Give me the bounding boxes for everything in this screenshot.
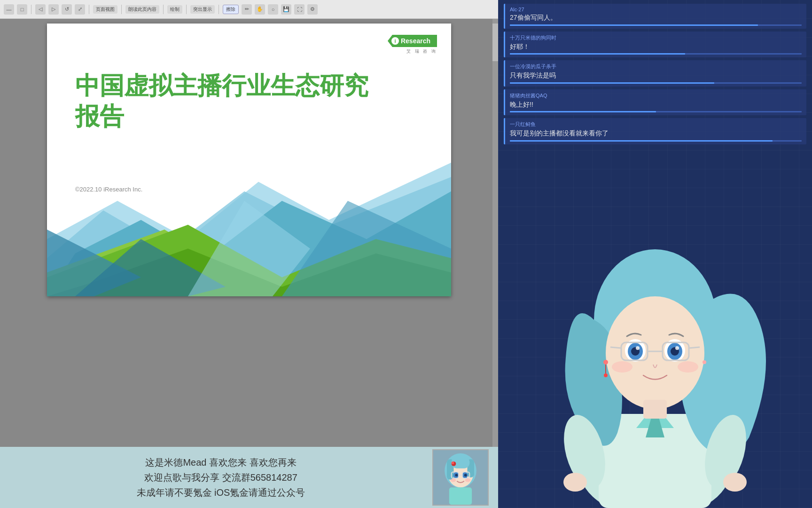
pdf-title: 中国虚拟主播行业生态研究 报告 <box>75 71 368 132</box>
chat-progress-fill <box>510 140 773 142</box>
settings-button[interactable]: ⚙ <box>307 4 318 15</box>
bottom-info-bar: 这是米德Mead 喜欢您来 喜欢您再来 欢迎点歌与我分享 交流群56581428… <box>0 447 498 508</box>
svg-point-19 <box>455 474 458 476</box>
chat-message: Alc·27 27偷偷写同人。 <box>504 4 806 29</box>
iresearch-logo: i Research 艾 瑞 咨 询 <box>388 35 437 55</box>
pdf-page: i Research 艾 瑞 咨 询 中国虚拟主播行业生态研究 报告 ©2022… <box>47 24 451 296</box>
svg-point-50 <box>603 360 608 365</box>
separator-4 <box>163 5 164 14</box>
pdf-viewer: — □ ◁ ▷ ↺ ⤢ 页面视图 朗读此页内容 绘制 突出显示 擦除 ✏ ✋ ○… <box>0 0 498 508</box>
chat-text: 只有我学法是吗 <box>510 71 802 80</box>
logo-research-text: Research <box>401 37 430 45</box>
bottom-line1: 这是米德Mead 喜欢您来 喜欢您再来 <box>9 455 432 470</box>
svg-point-48 <box>612 361 632 373</box>
separator-2 <box>89 5 89 14</box>
chat-text: 27偷偷写同人。 <box>510 13 802 23</box>
chat-progress-fill <box>510 53 685 55</box>
separator-1 <box>31 5 31 14</box>
chat-progress-bar <box>510 53 802 55</box>
chat-progress-bar <box>510 140 802 142</box>
chat-text: 我可是别的主播都没看就来看你了 <box>510 129 802 138</box>
pdf-scrollbar-thumb[interactable] <box>492 24 498 61</box>
vtuber-character-svg <box>514 226 796 508</box>
chat-username: Alc·27 <box>510 7 802 12</box>
chat-progress-bar <box>510 111 802 112</box>
svg-point-26 <box>465 478 471 482</box>
bottom-line2: 欢迎点歌与我分享 交流群565814287 <box>9 470 432 485</box>
back-button[interactable]: ◁ <box>35 4 46 15</box>
chat-text: 好耶！ <box>510 42 802 52</box>
svg-line-47 <box>689 347 700 348</box>
chat-message: 一位冷漠的瓜子杀手 只有我学法是吗 <box>504 60 806 87</box>
chat-progress-bar <box>510 82 802 84</box>
svg-point-42 <box>675 346 679 350</box>
svg-rect-54 <box>643 400 667 419</box>
chat-username: 一位冷漠的瓜子杀手 <box>510 63 802 70</box>
pdf-scrollbar[interactable] <box>492 19 498 447</box>
logo-i: i <box>391 37 399 45</box>
chat-message: 一只红鲟鱼 我可是别的主播都没看就来看你了 <box>504 118 806 144</box>
pdf-toolbar: — □ ◁ ▷ ↺ ⤢ 页面视图 朗读此页内容 绘制 突出显示 擦除 ✏ ✋ ○… <box>0 0 498 19</box>
chat-progress-bar <box>510 24 802 26</box>
chat-text: 晚上好!! <box>510 100 802 110</box>
title-line1: 中国虚拟主播行业生态研究 <box>75 71 368 101</box>
svg-point-20 <box>464 474 467 476</box>
right-panel: Alc·27 27偷偷写同人。 十万只米德的狗同时 好耶！ 一位冷漠的瓜子杀手 … <box>498 0 812 508</box>
separator-3 <box>121 5 122 14</box>
circle-tool-button[interactable]: ○ <box>268 4 278 15</box>
chat-progress-fill <box>510 82 714 84</box>
bottom-line3: 未成年请不要氪金 iOS氪金请通过公众号 <box>9 485 432 500</box>
minimize-button[interactable]: — <box>4 4 14 15</box>
svg-point-53 <box>703 360 706 364</box>
maximize-button[interactable]: □ <box>17 4 27 15</box>
separator-5 <box>186 5 187 14</box>
chat-username: 一只红鲟鱼 <box>510 121 802 128</box>
pdf-copyright: ©2022.10 iResearch Inc. <box>75 186 142 193</box>
refresh-button[interactable]: ↺ <box>62 4 72 15</box>
save-button[interactable]: 💾 <box>281 4 291 15</box>
pdf-background-shapes <box>47 105 451 296</box>
chat-progress-fill <box>510 24 758 26</box>
svg-point-49 <box>678 361 698 373</box>
svg-rect-24 <box>449 487 472 505</box>
draw-button[interactable]: 绘制 <box>167 5 182 14</box>
erase-button[interactable]: 擦除 <box>223 5 239 14</box>
svg-point-25 <box>451 478 456 482</box>
hand-tool-button[interactable]: ✋ <box>255 4 265 15</box>
title-line2: 报告 <box>75 101 368 132</box>
read-aloud-button[interactable]: 朗读此页内容 <box>125 5 159 14</box>
fullscreen-button[interactable]: ⛶ <box>294 4 304 15</box>
page-view-button[interactable]: 页面视图 <box>93 5 117 14</box>
chat-message: 十万只米德的狗同时 好耶！ <box>504 32 806 58</box>
avatar-thumbnail <box>432 449 489 506</box>
chat-username: 十万只米德的狗同时 <box>510 34 802 41</box>
bottom-text-content: 这是米德Mead 喜欢您来 喜欢您再来 欢迎点歌与我分享 交流群56581428… <box>9 455 432 500</box>
pdf-scroll-area[interactable]: i Research 艾 瑞 咨 询 中国虚拟主播行业生态研究 报告 ©2022… <box>0 19 498 447</box>
eraser-icon[interactable]: ✏ <box>242 4 252 15</box>
highlight-button[interactable]: 突出显示 <box>190 5 215 14</box>
chat-username: 猪猪肉丝酱QAQ <box>510 92 802 99</box>
svg-point-41 <box>636 346 640 350</box>
logo-chinese: 艾 瑞 咨 询 <box>406 48 437 55</box>
svg-point-52 <box>604 373 608 377</box>
expand-button[interactable]: ⤢ <box>75 4 85 15</box>
chat-progress-fill <box>510 111 656 112</box>
svg-point-28 <box>452 461 454 464</box>
chat-message: 猪猪肉丝酱QAQ 晚上好!! <box>504 89 806 116</box>
svg-point-58 <box>723 473 747 492</box>
svg-point-57 <box>563 473 587 492</box>
separator-6 <box>219 5 219 14</box>
svg-line-46 <box>610 347 621 348</box>
vtuber-area <box>498 226 812 508</box>
forward-button[interactable]: ▷ <box>48 4 59 15</box>
chat-area: Alc·27 27偷偷写同人。 十万只米德的狗同时 好耶！ 一位冷漠的瓜子杀手 … <box>498 0 812 226</box>
